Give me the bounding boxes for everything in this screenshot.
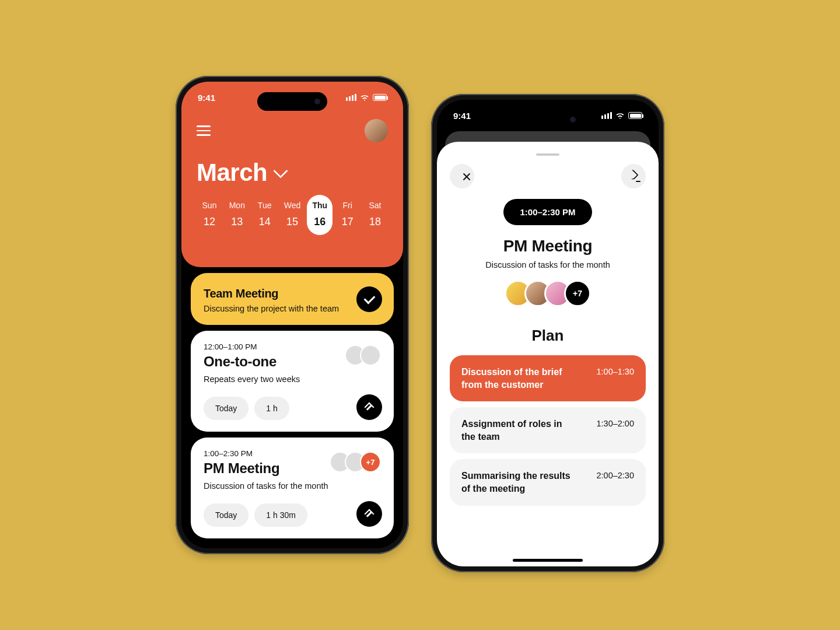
plan-item-text: Summarising the results of the meeting	[461, 470, 578, 495]
signal-icon	[346, 94, 356, 101]
event-pm-meeting[interactable]: 1:00–2:30 PM PM Meeting Discussion of ta…	[191, 438, 394, 538]
day-fri[interactable]: Fri17	[335, 201, 360, 235]
menu-icon[interactable]	[197, 125, 211, 136]
plan-heading: Plan	[450, 327, 646, 345]
user-avatar[interactable]	[365, 119, 388, 142]
device-notch	[257, 92, 327, 111]
close-button[interactable]	[450, 164, 474, 188]
plan-list: Discussion of the brief from the custome…	[450, 355, 646, 506]
screen-calendar: 9:41 March Sun12 Mon13 Tue14 Wed15 Thu	[181, 82, 403, 548]
wifi-icon	[360, 94, 369, 101]
badge-duration: 1 h	[254, 397, 289, 420]
attendee-avatars: +7	[330, 452, 381, 473]
badge-day: Today	[204, 397, 249, 420]
events-list: Team Meeting Discussing the project with…	[187, 273, 397, 542]
event-subtitle: Discussing the project with the team	[204, 304, 381, 313]
avatar-more: +7	[360, 452, 381, 473]
plan-item[interactable]: Assignment of roles in the team 1:30–2:0…	[450, 407, 646, 453]
attendee-avatars: +7	[450, 280, 646, 307]
battery-icon	[628, 112, 642, 119]
plan-item[interactable]: Summarising the results of the meeting 2…	[450, 459, 646, 505]
attendee-avatars	[345, 345, 381, 366]
status-time: 9:41	[453, 111, 471, 121]
day-mon[interactable]: Mon13	[224, 201, 250, 235]
wifi-icon	[615, 112, 625, 119]
badge-day: Today	[204, 503, 249, 527]
complete-button[interactable]	[356, 286, 382, 312]
week-strip: Sun12 Mon13 Tue14 Wed15 Thu16 Fri17 Sat1…	[197, 201, 388, 235]
day-sat[interactable]: Sat18	[362, 201, 388, 235]
avatar	[360, 345, 381, 366]
home-indicator[interactable]	[257, 541, 327, 544]
open-button[interactable]	[356, 394, 382, 420]
plan-item-range: 1:00–1:30	[596, 367, 634, 376]
avatar-more[interactable]: +7	[564, 280, 591, 307]
edit-icon	[628, 171, 639, 181]
grab-handle[interactable]	[536, 153, 559, 156]
signal-icon	[601, 112, 612, 119]
day-tue[interactable]: Tue14	[252, 201, 278, 235]
meeting-subtitle: Discussion of tasks for the month	[450, 260, 646, 270]
phone-calendar: 9:41 March Sun12 Mon13 Tue14 Wed15 Thu	[176, 76, 409, 554]
status-icons	[346, 94, 387, 101]
screen-detail: 9:41 1:00–2:30 PM PM Meeting Discussion …	[437, 100, 659, 566]
phone-detail: 9:41 1:00–2:30 PM PM Meeting Discussion …	[431, 94, 664, 572]
plan-item-active[interactable]: Discussion of the brief from the custome…	[450, 355, 646, 401]
day-sun[interactable]: Sun12	[197, 201, 222, 235]
day-thu-selected[interactable]: Thu16	[307, 195, 332, 235]
home-indicator[interactable]	[513, 559, 583, 562]
event-title: Team Meeting	[204, 287, 381, 300]
plan-item-text: Assignment of roles in the team	[461, 418, 578, 443]
event-subtitle: Discussion of tasks for the month	[204, 481, 381, 491]
plan-item-text: Discussion of the brief from the custome…	[461, 366, 578, 391]
edit-button[interactable]	[621, 164, 646, 188]
event-featured[interactable]: Team Meeting Discussing the project with…	[191, 273, 394, 325]
plan-item-range: 1:30–2:00	[596, 419, 634, 428]
status-time: 9:41	[198, 93, 215, 103]
event-one-to-one[interactable]: 12:00–1:00 PM One-to-one Repeats every t…	[191, 331, 394, 432]
chevron-down-icon	[273, 163, 288, 178]
day-wed[interactable]: Wed15	[279, 201, 305, 235]
detail-sheet: 1:00–2:30 PM PM Meeting Discussion of ta…	[437, 142, 659, 566]
open-button[interactable]	[356, 501, 382, 527]
event-subtitle: Repeats every two weeks	[204, 374, 381, 384]
time-pill: 1:00–2:30 PM	[503, 199, 592, 225]
battery-icon	[373, 94, 387, 101]
plan-item-range: 2:00–2:30	[596, 471, 634, 480]
month-title: March	[197, 159, 267, 187]
device-notch	[513, 110, 583, 129]
badge-duration: 1 h 30m	[254, 503, 307, 527]
meeting-title: PM Meeting	[450, 237, 646, 256]
month-selector[interactable]: March	[197, 159, 388, 187]
status-icons	[601, 112, 642, 119]
